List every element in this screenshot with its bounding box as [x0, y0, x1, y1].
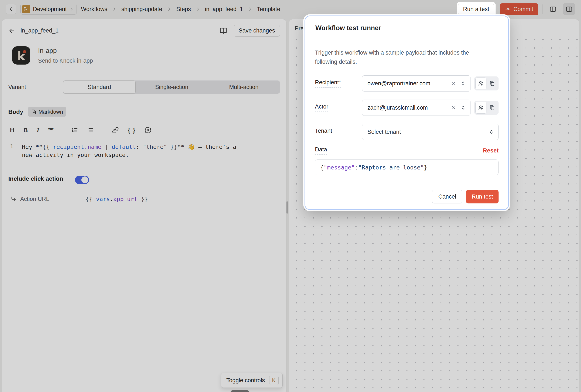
tenant-placeholder: Select tenant [368, 129, 401, 135]
copy-icon [489, 105, 495, 111]
users-icon [478, 80, 484, 86]
tenant-label: Tenant [315, 128, 362, 136]
run-test-button[interactable]: Run test [466, 190, 498, 203]
reset-data-button[interactable]: Reset [483, 147, 498, 154]
data-field-head: Data Reset [315, 146, 498, 155]
actor-combobox[interactable] [362, 100, 470, 116]
recipient-user-mode-button[interactable] [476, 77, 486, 89]
users-icon [478, 105, 484, 111]
modal-header: Workflow test runner [305, 16, 508, 39]
actor-field-row: Actor [315, 100, 498, 116]
recipient-copy-mode-button[interactable] [486, 77, 498, 89]
copy-icon [489, 80, 495, 86]
cancel-button[interactable]: Cancel [432, 190, 462, 203]
chevrons-up-down-icon[interactable] [460, 81, 466, 86]
chevrons-up-down-icon[interactable] [460, 105, 466, 110]
modal-title: Workflow test runner [315, 24, 498, 32]
run-a-test-button[interactable]: Run a test [458, 3, 494, 15]
recipient-mode-group [474, 76, 498, 90]
actor-user-mode-button[interactable] [476, 102, 486, 114]
recipient-field-row: Recipient* [315, 75, 498, 91]
workflow-test-runner-modal: Workflow test runner Trigger this workfl… [304, 15, 509, 210]
actor-input[interactable] [368, 104, 447, 111]
tenant-field-row: Tenant Select tenant [315, 124, 498, 140]
clear-actor-icon[interactable] [451, 105, 456, 110]
actor-copy-mode-button[interactable] [486, 102, 498, 114]
data-json-input[interactable]: {"message": "Raptors are loose"} [315, 159, 498, 175]
tenant-select[interactable]: Select tenant [362, 124, 498, 140]
run-a-test-spotlight: Run a test [457, 2, 496, 16]
data-label: Data [315, 146, 362, 155]
modal-body: Trigger this workflow with a sample payl… [305, 39, 508, 184]
clear-recipient-icon[interactable] [451, 81, 456, 86]
actor-label: Actor [315, 103, 362, 112]
recipient-combobox[interactable] [362, 75, 470, 91]
modal-description: Trigger this workflow with a sample payl… [315, 48, 485, 66]
recipient-label: Recipient* [315, 79, 362, 88]
recipient-input[interactable] [368, 80, 447, 87]
actor-mode-group [474, 101, 498, 115]
chevrons-up-down-icon [488, 129, 494, 135]
modal-footer: Cancel Run test [305, 184, 508, 209]
